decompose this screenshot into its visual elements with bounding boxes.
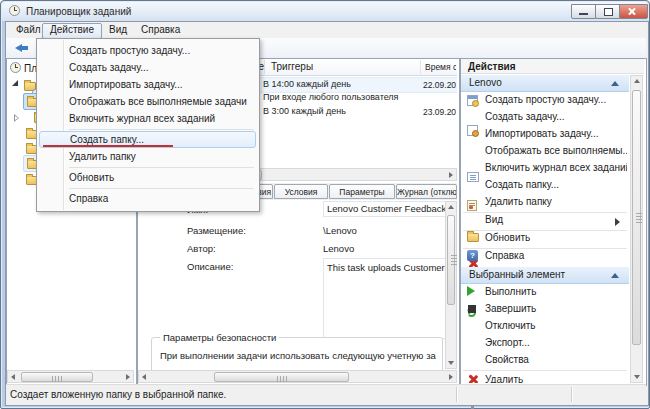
column-next-run[interactable]: Время следующего запуска: [425, 62, 456, 72]
scroll-down-icon[interactable]: [448, 361, 454, 365]
task-next-run: 23.09.2016 3:5: [423, 107, 456, 117]
scroll-left-icon[interactable]: [142, 374, 146, 380]
separator: [463, 248, 627, 249]
menu-item-refresh[interactable]: Обновить: [39, 169, 256, 186]
location-value: \Lenovo: [323, 225, 441, 236]
actions-section-selected[interactable]: Выбранный элемент: [461, 267, 629, 284]
column-divider[interactable]: [264, 60, 265, 74]
scroll-up-icon[interactable]: [634, 79, 640, 83]
author-label: Автор:: [187, 243, 216, 254]
menu-separator: [69, 167, 254, 168]
menu-item-enable-history[interactable]: Включить журнал всех заданий: [39, 110, 256, 127]
menu-item-display-running[interactable]: Отображать все выполняемые задачи: [39, 93, 256, 110]
collapse-icon[interactable]: [611, 81, 619, 86]
menubar: Файл Действие Вид Справка: [6, 22, 646, 38]
menu-item-import-task[interactable]: Импортировать задачу...: [39, 76, 256, 93]
list-icon: [467, 172, 479, 182]
description-value: This task uploads Customer Feedback Prog…: [323, 258, 451, 339]
help-icon: [467, 250, 478, 261]
section-title: Выбранный элемент: [461, 269, 565, 280]
expander-open-icon[interactable]: [12, 80, 18, 86]
scroll-thumb[interactable]: [21, 372, 93, 382]
scroll-thumb[interactable]: [632, 90, 641, 345]
stop-icon: [468, 305, 476, 313]
name-value: Lenovo Customer Feedback Program 64: [323, 201, 448, 217]
menu-separator: [69, 129, 254, 130]
column-triggers[interactable]: Триггеры: [271, 61, 411, 72]
scroll-right-icon[interactable]: [449, 172, 453, 178]
task-trigger: В 14:00 каждый день: [263, 79, 418, 89]
statusbar: Создает вложенную папку в выбранной папк…: [6, 384, 646, 404]
menu-item-delete-folder[interactable]: Удалить папку: [39, 148, 256, 165]
author-value: Lenovo: [323, 243, 441, 254]
scroll-thumb[interactable]: [214, 372, 349, 382]
maximize-button[interactable]: [595, 4, 621, 19]
delete-red-x-icon: [467, 374, 478, 383]
red-underline-annotation: [43, 145, 173, 147]
action-dropdown-menu: Создать простую задачу... Создать задачу…: [36, 38, 260, 212]
tab-conditions[interactable]: Условия: [274, 184, 328, 199]
column-divider[interactable]: [420, 60, 421, 74]
titlebar[interactable]: Планировщик заданий: [2, 2, 648, 21]
scroll-up-icon[interactable]: [448, 205, 454, 209]
actions-header: Действия: [461, 59, 644, 74]
tree-hscrollbar[interactable]: [7, 370, 134, 383]
task-icon: [467, 125, 478, 136]
close-button[interactable]: [619, 4, 648, 19]
separator: [463, 212, 627, 213]
back-arrow-icon[interactable]: [15, 42, 29, 54]
details-hscrollbar[interactable]: [138, 370, 457, 383]
simple-task-icon: [467, 95, 478, 106]
submenu-arrow-icon: [615, 218, 620, 226]
statusbar-divider: [571, 387, 573, 402]
actions-item[interactable]: Удалить: [461, 372, 629, 383]
scheduler-clock-icon: [10, 62, 21, 73]
folder-icon: [467, 233, 479, 242]
minimize-button[interactable]: [571, 4, 597, 19]
menu-item-help[interactable]: Справка: [39, 190, 256, 207]
menu-item-create-task[interactable]: Создать задачу...: [39, 59, 256, 76]
run-icon: [467, 286, 475, 296]
scroll-right-icon[interactable]: [449, 374, 453, 380]
tab-history[interactable]: Журнал (отключен): [396, 184, 457, 199]
expander-closed-icon[interactable]: [14, 114, 19, 122]
collapse-icon[interactable]: [611, 273, 619, 278]
menu-help[interactable]: Справка: [134, 23, 187, 37]
security-group-label: Параметры безопасности: [160, 332, 279, 343]
scroll-left-icon[interactable]: [11, 374, 15, 380]
maximize-icon: [604, 8, 613, 16]
section-title: Lenovo: [461, 77, 502, 88]
location-label: Размещение:: [187, 225, 246, 236]
scroll-right-icon[interactable]: [126, 374, 130, 380]
security-text: При выполнении задачи использовать следу…: [160, 350, 436, 361]
task-trigger: При входе любого пользователя: [263, 92, 433, 102]
details-vscrollbar[interactable]: [445, 201, 457, 369]
app-window: Планировщик заданий Файл Действие Вид Сп…: [0, 0, 650, 409]
scroll-thumb[interactable]: [447, 215, 455, 305]
window-title: Планировщик заданий: [26, 6, 131, 17]
separator: [463, 230, 627, 231]
library-folder-icon: [24, 79, 36, 93]
statusbar-text: Создает вложенную папку в выбранной папк…: [10, 389, 450, 400]
app-clock-icon: [9, 5, 20, 16]
statusbar-divider: [456, 387, 458, 402]
minimize-icon: [579, 13, 588, 15]
menu-view[interactable]: Вид: [102, 23, 134, 37]
description-label: Описание:: [187, 261, 233, 272]
menu-item-create-basic-task[interactable]: Создать простую задачу...: [39, 42, 256, 59]
scroll-down-icon[interactable]: [634, 375, 640, 379]
task-trigger: В 3:00 каждый день: [263, 106, 418, 116]
task-next-run: 22.09.2016 14: [423, 80, 456, 90]
separator: [463, 370, 627, 371]
menu-separator: [69, 188, 254, 189]
actions-section-lenovo[interactable]: Lenovo: [461, 75, 629, 92]
journal-icon: [467, 200, 477, 211]
actions-vscrollbar[interactable]: [630, 75, 643, 383]
menu-action[interactable]: Действие: [42, 23, 102, 39]
tab-settings[interactable]: Параметры: [329, 184, 395, 199]
